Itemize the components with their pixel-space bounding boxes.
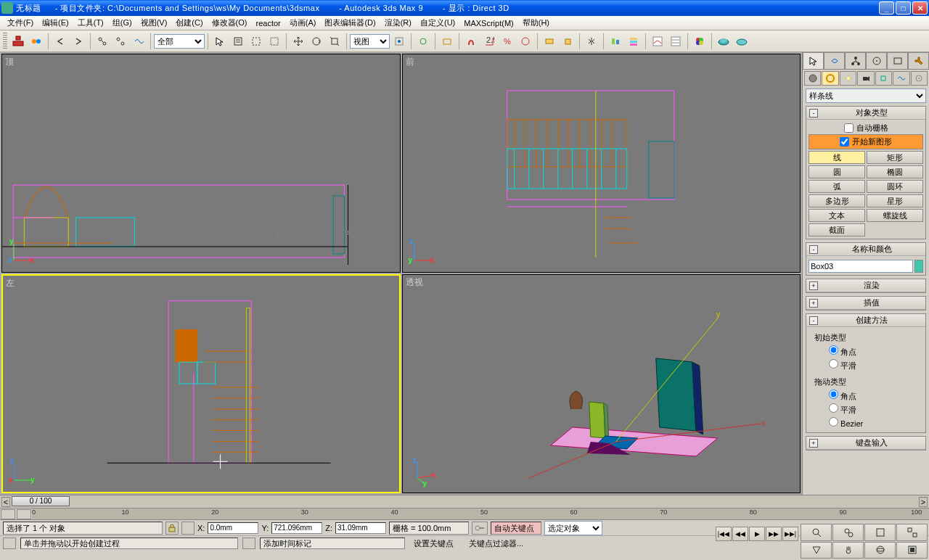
subtab-geometry[interactable]: [804, 71, 821, 86]
coord-x-input[interactable]: [208, 522, 258, 534]
time-slider-next[interactable]: >: [919, 497, 928, 507]
tab-display[interactable]: [887, 52, 908, 69]
time-tag-icon[interactable]: [242, 538, 255, 549]
quick-render-icon[interactable]: [733, 33, 750, 50]
redo-icon[interactable]: [70, 33, 87, 50]
key-mode-icon[interactable]: [472, 522, 488, 535]
menu-file[interactable]: 文件(F): [3, 16, 38, 30]
radio-initial-smooth[interactable]: 平滑: [814, 358, 917, 372]
shape-btn-ngon[interactable]: 多边形: [809, 194, 865, 207]
maximize-viewport-icon[interactable]: [896, 542, 928, 559]
coord-y-input[interactable]: [271, 522, 322, 534]
toolbar-grip[interactable]: [3, 33, 7, 50]
bind-spacewarp-icon[interactable]: [130, 33, 147, 50]
unlink-icon[interactable]: [112, 33, 129, 50]
menu-customize[interactable]: 自定义(U): [416, 16, 459, 30]
menu-tools[interactable]: 工具(T): [73, 16, 108, 30]
zoom-all-icon[interactable]: [832, 524, 864, 541]
next-frame-icon[interactable]: ▶▶: [766, 527, 782, 541]
ref-coord-dropdown[interactable]: 视图: [350, 34, 390, 49]
menu-group[interactable]: 组(G): [108, 16, 136, 30]
select-object-icon[interactable]: [211, 33, 229, 50]
goto-start-icon[interactable]: |◀◀: [716, 527, 732, 541]
prev-frame-icon[interactable]: ◀◀: [732, 527, 748, 541]
selection-filter-dropdown[interactable]: 全部: [154, 34, 205, 49]
render-scene-icon[interactable]: [715, 33, 732, 50]
tab-hierarchy[interactable]: [845, 52, 866, 69]
menu-graph[interactable]: 图表编辑器(D): [320, 16, 380, 30]
subtab-spacewarps[interactable]: [893, 71, 909, 86]
time-slider-handle[interactable]: 0 / 100: [12, 496, 70, 506]
shape-btn-ellipse[interactable]: 椭圆: [867, 165, 923, 178]
rollout-toggle[interactable]: +: [809, 439, 818, 448]
shape-btn-text[interactable]: 文本: [809, 209, 865, 222]
field-of-view-icon[interactable]: [801, 542, 832, 559]
rollout-toggle[interactable]: -: [809, 109, 818, 118]
auto-key-button[interactable]: 自动关键点: [491, 522, 541, 535]
viewport-perspective[interactable]: 透视 x y: [402, 274, 801, 493]
radio-drag-smooth[interactable]: 平滑: [814, 403, 917, 416]
time-slider-prev[interactable]: <: [1, 497, 10, 507]
menu-help[interactable]: 帮助(H): [518, 16, 554, 30]
shape-btn-line[interactable]: 线: [809, 151, 865, 164]
viewport-left[interactable]: 左: [1, 274, 401, 493]
shape-btn-helix[interactable]: 螺旋线: [867, 209, 923, 222]
link-icon[interactable]: [94, 33, 111, 50]
spinner-snap-icon[interactable]: [517, 33, 534, 50]
trackbar-toggle[interactable]: [1, 509, 15, 519]
key-target-dropdown[interactable]: 选定对象: [544, 521, 602, 535]
layer-manager-icon[interactable]: [625, 33, 642, 50]
percent-snap-icon[interactable]: %: [499, 33, 516, 50]
curve-editor-icon[interactable]: [649, 33, 666, 50]
shape-btn-star[interactable]: 星形: [867, 194, 923, 207]
subtab-cameras[interactable]: [857, 71, 874, 86]
tab-utilities[interactable]: [908, 52, 929, 69]
keyboard-shortcut-icon[interactable]: [438, 33, 456, 50]
viewport-top[interactable]: 顶 z y x y z: [1, 54, 401, 273]
tab-create[interactable]: [803, 52, 824, 69]
layers-icon[interactable]: [28, 33, 45, 50]
select-scale-icon[interactable]: [326, 33, 343, 50]
select-by-name-icon[interactable]: [229, 33, 247, 50]
shape-btn-circle[interactable]: 圆: [809, 165, 865, 178]
object-color-swatch[interactable]: [914, 260, 923, 273]
subtab-systems[interactable]: [911, 71, 928, 86]
angle-snap-icon[interactable]: 2.5: [480, 33, 498, 50]
shape-btn-rectangle[interactable]: 矩形: [867, 151, 923, 164]
named-selection-set-icon[interactable]: [559, 33, 576, 50]
time-tag-field[interactable]: 添加时间标记: [260, 538, 405, 549]
shape-btn-arc[interactable]: 弧: [809, 180, 865, 193]
undo-icon[interactable]: [52, 33, 69, 50]
mirror-icon[interactable]: [583, 33, 600, 50]
trackbar-ruler[interactable]: 0 10 20 30 40 50 60 70 80 90 100: [32, 508, 929, 519]
start-new-shape-checkbox[interactable]: [840, 137, 849, 147]
subtab-shapes[interactable]: [822, 71, 838, 86]
subtab-helpers[interactable]: [875, 71, 892, 86]
schematic-view-icon[interactable]: [9, 33, 27, 50]
zoom-icon[interactable]: [801, 524, 832, 541]
radio-initial-corner[interactable]: 角点: [814, 345, 917, 358]
time-slider-track[interactable]: 0 / 100: [12, 496, 917, 508]
pan-icon[interactable]: [832, 542, 864, 559]
rollout-toggle[interactable]: +: [809, 299, 818, 308]
menu-modifiers[interactable]: 修改器(O): [208, 16, 252, 30]
select-move-icon[interactable]: [290, 33, 307, 50]
set-key-button[interactable]: 设置关键点: [414, 538, 464, 549]
menu-view[interactable]: 视图(V): [136, 16, 172, 30]
select-manipulate-icon[interactable]: [414, 33, 432, 50]
play-icon[interactable]: ▶: [749, 527, 765, 541]
close-button[interactable]: ✕: [912, 1, 928, 15]
window-crossing-icon[interactable]: [266, 33, 283, 50]
rollout-toggle[interactable]: +: [809, 281, 818, 290]
menu-animation[interactable]: 动画(A): [285, 16, 321, 30]
key-filters-button[interactable]: 关键点过滤器...: [469, 538, 541, 549]
snap-toggle-icon[interactable]: [462, 33, 480, 50]
autogrid-checkbox[interactable]: [844, 123, 854, 133]
goto-end-icon[interactable]: ▶▶|: [782, 527, 798, 541]
viewport-front[interactable]: 前: [402, 54, 801, 273]
object-name-input[interactable]: [809, 260, 913, 273]
zoom-extents-icon[interactable]: [864, 524, 896, 541]
arc-rotate-icon[interactable]: [864, 542, 896, 559]
select-rotate-icon[interactable]: [308, 33, 325, 50]
maxscript-listener-icon[interactable]: [3, 538, 16, 549]
